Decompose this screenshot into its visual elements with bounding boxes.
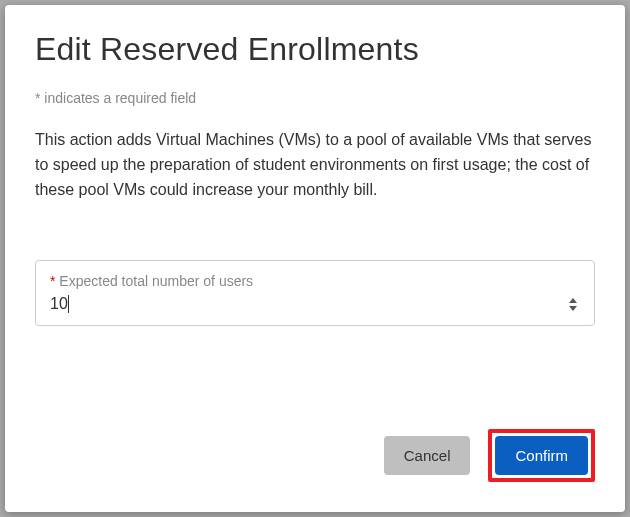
dialog-description: This action adds Virtual Machines (VMs) … xyxy=(35,128,595,202)
svg-marker-1 xyxy=(569,306,577,311)
required-field-note: * indicates a required field xyxy=(35,90,595,106)
expected-users-field[interactable]: * Expected total number of users 10 xyxy=(35,260,595,326)
stepper-down-icon[interactable] xyxy=(566,304,580,312)
edit-reserved-enrollments-modal: Edit Reserved Enrollments * indicates a … xyxy=(5,5,625,512)
stepper-up-icon[interactable] xyxy=(566,296,580,304)
svg-marker-0 xyxy=(569,298,577,303)
dialog-title: Edit Reserved Enrollments xyxy=(35,31,595,68)
input-value: 10 xyxy=(50,295,68,313)
confirm-highlight: Confirm xyxy=(488,429,595,482)
cancel-button[interactable]: Cancel xyxy=(384,436,471,475)
dialog-actions: Cancel Confirm xyxy=(35,429,595,482)
expected-users-label: * Expected total number of users xyxy=(50,273,580,289)
number-stepper[interactable] xyxy=(566,296,580,312)
text-caret xyxy=(68,295,69,313)
field-label-text: Expected total number of users xyxy=(55,273,253,289)
confirm-button[interactable]: Confirm xyxy=(495,436,588,475)
expected-users-input[interactable]: 10 xyxy=(50,295,560,313)
